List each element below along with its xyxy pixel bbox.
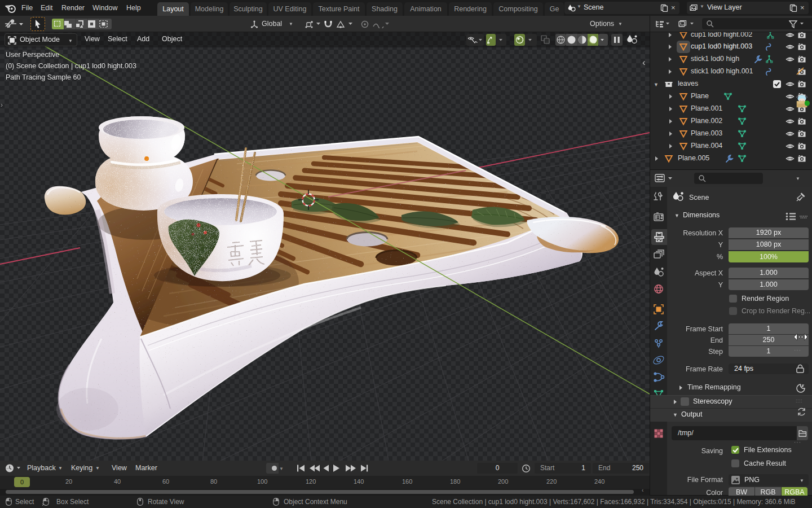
svg-text:User Perspective: User Perspective (6, 51, 59, 59)
svg-text:Path Tracing Sample 60: Path Tracing Sample 60 (6, 73, 81, 81)
svg-text:‹: ‹ (642, 57, 646, 68)
svg-text:(0) Scene Collection | cup1 lo: (0) Scene Collection | cup1 lod0 hight.0… (6, 62, 136, 70)
svg-text:›: › (1, 101, 3, 109)
